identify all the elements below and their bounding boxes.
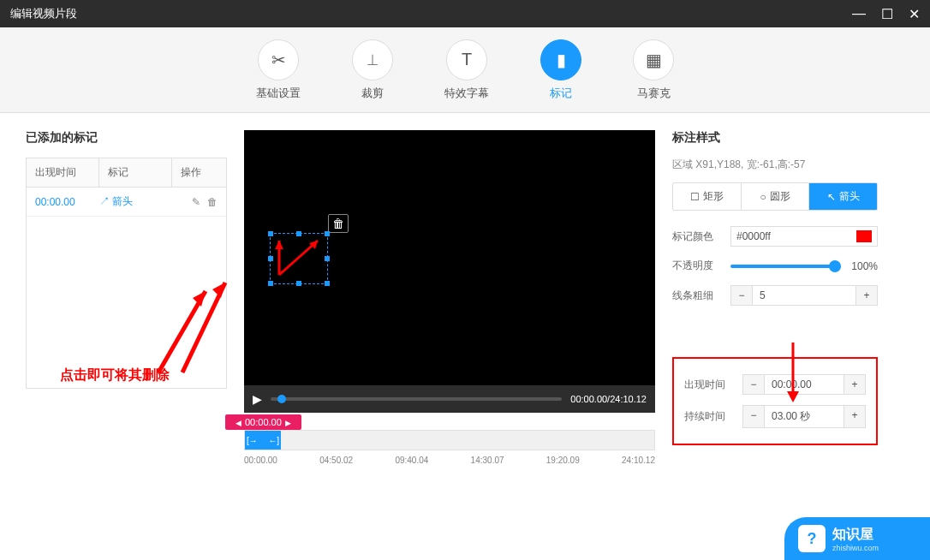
selection-box[interactable]	[270, 233, 328, 284]
scissors-icon: ✂	[258, 39, 299, 80]
delete-icon[interactable]: 🗑	[207, 196, 218, 208]
color-swatch[interactable]	[856, 230, 872, 242]
edit-icon[interactable]: ✎	[192, 196, 200, 208]
timeline-segment[interactable]: [→←]	[245, 431, 281, 450]
player-controls: ▶ 00:00.00/24:10.12	[244, 385, 655, 413]
tab-label: 特效字幕	[444, 86, 489, 101]
annotation-arrow-icon	[178, 274, 238, 377]
opacity-label: 不透明度	[672, 259, 720, 273]
col-action: 操作	[172, 158, 226, 187]
minimize-button[interactable]: —	[852, 6, 866, 22]
style-title: 标注样式	[672, 130, 878, 146]
opacity-slider[interactable]	[730, 265, 841, 268]
decrease-button[interactable]: −	[743, 406, 764, 427]
style-panel: 标注样式 区域 X91,Y188, 宽:-61,高:-57 ☐ 矩形 ○ 圆形 …	[672, 130, 878, 558]
tab-mosaic[interactable]: ▦ 马赛克	[633, 39, 674, 101]
time-flag[interactable]: ◀00:00.00▶	[225, 414, 301, 430]
watermark-name: 知识屋	[832, 526, 879, 544]
arrow-shape	[275, 236, 326, 279]
main-toolbar: ✂ 基础设置 ⟂ 裁剪 T 特效字幕 ▮ 标记 ▦ 马赛克	[0, 27, 930, 113]
tick: 19:20.09	[546, 456, 580, 465]
duration-value[interactable]: 03.00 秒	[764, 406, 844, 427]
time-display: 00:00.00/24:10.12	[570, 394, 647, 404]
progress-bar[interactable]	[271, 397, 562, 401]
duration-label: 持续时间	[684, 409, 732, 424]
tab-basic[interactable]: ✂ 基础设置	[256, 39, 301, 101]
decrease-button[interactable]: −	[743, 375, 764, 394]
cell-time: 00:00.00	[35, 196, 99, 208]
markers-title: 已添加的标记	[26, 130, 227, 146]
svg-marker-9	[787, 391, 799, 402]
increase-button[interactable]: +	[844, 406, 865, 427]
timeline: ◀00:00.00▶ [→←] 00:00.00 04:50.02 09:40.…	[244, 430, 655, 465]
tick: 00:00.00	[244, 456, 277, 465]
watermark: ? 知识屋 zhishiwu.com	[784, 517, 930, 560]
col-time: 出现时间	[27, 158, 99, 187]
duration-stepper: − 03.00 秒 +	[742, 405, 866, 428]
region-info: 区域 X91,Y188, 宽:-61,高:-57	[672, 158, 878, 172]
table-header: 出现时间 标记 操作	[27, 158, 226, 188]
video-panel: 🗑 ▶ 00:00.00/24:10.12 ◀00:00.00▶ [→←	[244, 130, 655, 558]
video-preview[interactable]: 🗑	[244, 130, 655, 385]
tab-label: 基础设置	[256, 86, 301, 101]
watermark-icon: ?	[798, 525, 826, 552]
shape-rect[interactable]: ☐ 矩形	[673, 183, 742, 210]
tab-label: 裁剪	[361, 86, 384, 101]
decrease-button[interactable]: −	[731, 286, 752, 305]
color-input[interactable]: #0000ff	[730, 226, 878, 247]
timeline-track[interactable]: [→←]	[244, 430, 655, 450]
maximize-button[interactable]: ☐	[881, 6, 893, 22]
titlebar: 编辑视频片段 — ☐ ✕	[0, 0, 930, 27]
table-row[interactable]: 00:00.00 ↗ 箭头 ✎ 🗑	[27, 188, 226, 217]
bookmark-icon: ▮	[540, 39, 581, 80]
tab-mark[interactable]: ▮ 标记	[540, 39, 581, 101]
window-title: 编辑视频片段	[10, 6, 77, 21]
thickness-value[interactable]: 5	[752, 286, 856, 305]
shape-arrow[interactable]: ↖ 箭头	[809, 183, 877, 210]
delete-overlay-icon[interactable]: 🗑	[328, 214, 349, 233]
increase-button[interactable]: +	[844, 375, 865, 394]
color-label: 标记颜色	[672, 229, 720, 244]
annotation-text: 点击即可将其删除	[60, 366, 170, 384]
thickness-stepper: − 5 +	[730, 285, 878, 306]
tab-crop[interactable]: ⟂ 裁剪	[352, 39, 393, 101]
svg-line-6	[182, 283, 225, 372]
text-icon: T	[446, 39, 487, 80]
annotation-arrow-icon	[780, 338, 806, 407]
timeline-ticks: 00:00.00 04:50.02 09:40.04 14:30.07 19:2…	[244, 456, 655, 465]
appear-label: 出现时间	[684, 378, 732, 392]
tab-label: 标记	[550, 86, 572, 101]
col-mark: 标记	[99, 158, 172, 187]
increase-button[interactable]: +	[856, 286, 877, 305]
color-value: #0000ff	[736, 230, 771, 242]
play-button[interactable]: ▶	[253, 392, 262, 406]
svg-marker-3	[275, 241, 283, 249]
window-controls: — ☐ ✕	[852, 6, 920, 22]
cell-mark: ↗ 箭头	[99, 194, 172, 209]
timing-box: 出现时间 − 00:00.00 + 持续时间 − 03.00 秒 +	[672, 357, 878, 445]
crop-icon: ⟂	[352, 39, 393, 80]
close-button[interactable]: ✕	[909, 6, 920, 22]
tab-label: 马赛克	[637, 86, 671, 101]
tick: 14:30.07	[471, 456, 504, 465]
tick: 24:10.12	[622, 456, 655, 465]
tick: 04:50.02	[319, 456, 353, 465]
mosaic-icon: ▦	[633, 39, 674, 80]
tab-subtitle[interactable]: T 特效字幕	[444, 39, 489, 101]
thickness-label: 线条粗细	[672, 289, 720, 303]
watermark-sub: zhishiwu.com	[832, 544, 879, 552]
tick: 09:40.04	[395, 456, 428, 465]
shape-circle[interactable]: ○ 圆形	[742, 183, 810, 210]
shape-selector: ☐ 矩形 ○ 圆形 ↖ 箭头	[672, 182, 878, 211]
opacity-value: 100%	[851, 260, 878, 272]
